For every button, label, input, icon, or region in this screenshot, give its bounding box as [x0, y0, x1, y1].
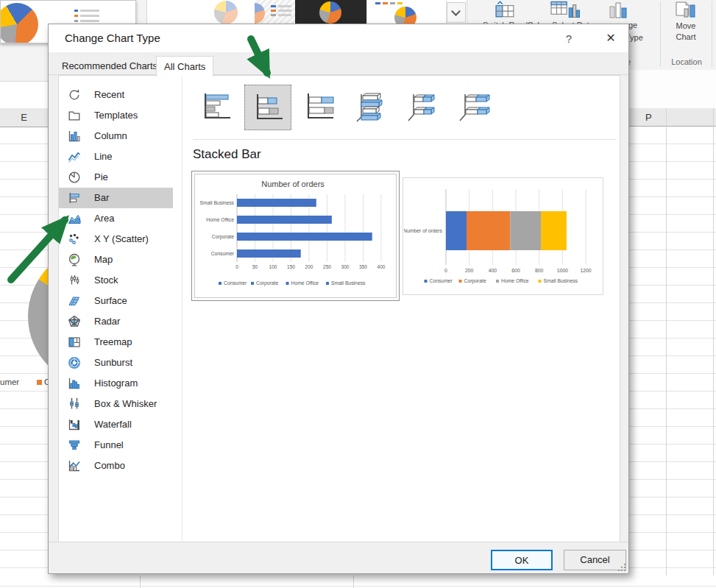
move-chart-icon	[675, 0, 697, 19]
svg-text:0: 0	[444, 268, 447, 273]
svg-text:100: 100	[269, 264, 277, 269]
tab-strip: Recommended Charts All Charts	[49, 52, 628, 75]
move-chart-button[interactable]: Move Chart	[675, 0, 697, 22]
chart-style-thumbnail[interactable]	[255, 0, 296, 24]
100-stacked-bar-icon[interactable]	[296, 85, 343, 130]
sidebar-item-label: Area	[94, 213, 114, 224]
column-header-e[interactable]: E	[0, 108, 48, 127]
ribbon-group-location-label: Location	[664, 57, 709, 66]
sidebar-item-pie[interactable]: Pie	[59, 167, 182, 188]
svg-text:50: 50	[252, 264, 258, 269]
column-header-p[interactable]: P	[629, 108, 716, 127]
svg-text:Consumer: Consumer	[211, 251, 235, 256]
svg-text:Home Office: Home Office	[501, 278, 529, 283]
preview-stacked-bar-secondary[interactable]: 020040060080010001200Number of ordersCon…	[403, 177, 603, 295]
ok-button[interactable]: OK	[491, 550, 553, 570]
svg-text:Corporate: Corporate	[256, 280, 278, 286]
box-whisker-chart-icon	[68, 397, 81, 411]
stock-chart-icon	[68, 274, 81, 287]
sidebar-item-combo[interactable]: Combo	[59, 456, 182, 476]
preview-chart-number-of-orders: Number of orders050100150200250300350400…	[195, 174, 391, 292]
sidebar-item-label: Surface	[94, 295, 127, 306]
preview-stacked-bar-primary[interactable]: Number of orders050100150200250300350400…	[191, 171, 400, 301]
tab-all-charts[interactable]: All Charts	[156, 56, 213, 77]
sidebar-item-label: X Y (Scatter)	[94, 233, 149, 244]
sidebar-item-bar[interactable]: Bar	[59, 188, 173, 208]
line-chart-icon	[68, 150, 81, 163]
sidebar-item-label: Waterfall	[94, 419, 132, 430]
svg-text:400: 400	[489, 268, 497, 273]
sidebar-item-label: Map	[94, 254, 113, 265]
radar-chart-icon	[68, 315, 81, 328]
sidebar-item-label: Box & Whisker	[94, 398, 157, 409]
sidebar-item-label: Sunburst	[94, 357, 132, 368]
close-button[interactable]: ✕	[603, 31, 619, 45]
sidebar-item-line[interactable]: Line	[59, 146, 182, 167]
3d-stacked-bar-icon[interactable]	[399, 85, 446, 130]
svg-text:Number of orders: Number of orders	[261, 180, 325, 188]
chevron-down-icon	[451, 7, 461, 16]
column-chart-icon	[68, 130, 81, 143]
svg-text:Small Business: Small Business	[544, 278, 578, 283]
treemap-chart-icon	[68, 336, 81, 349]
sidebar-item-histogram[interactable]: Histogram	[59, 373, 182, 394]
svg-text:Consumer: Consumer	[224, 280, 247, 286]
sidebar-item-label: Bar	[94, 192, 109, 203]
section-title: Stacked Bar	[193, 147, 261, 162]
tab-recommended-charts[interactable]: Recommended Charts	[54, 57, 165, 75]
svg-text:200: 200	[305, 264, 313, 269]
sidebar-item-sunburst[interactable]: Sunburst	[59, 353, 182, 373]
clustered-bar-icon[interactable]	[193, 85, 240, 130]
chart-style-thumbnail[interactable]	[366, 0, 447, 24]
sidebar-item-recent[interactable]: Recent	[59, 85, 182, 105]
waterfall-chart-icon	[68, 418, 81, 431]
templates-icon	[68, 109, 81, 122]
svg-text:200: 200	[465, 268, 474, 273]
funnel-chart-icon	[68, 439, 81, 452]
svg-text:Small Business: Small Business	[200, 200, 235, 205]
sidebar-item-label: Recent	[94, 89, 124, 100]
sidebar-item-stock[interactable]: Stock	[59, 270, 182, 291]
legend-text-fragment: umer	[0, 378, 19, 386]
sidebar-item-label: Radar	[94, 316, 120, 327]
sidebar-item-x-y-scatter[interactable]: X Y (Scatter)	[59, 229, 182, 249]
sidebar-item-waterfall[interactable]: Waterfall	[59, 414, 182, 435]
recent-icon	[68, 88, 81, 102]
sidebar-item-column[interactable]: Column	[59, 126, 182, 146]
3d-100-stacked-bar-icon[interactable]	[450, 85, 497, 130]
switch-row-column-button[interactable]: Switch Row/Column	[495, 0, 515, 22]
chart-style-thumbnail[interactable]	[295, 0, 367, 24]
svg-text:250: 250	[323, 264, 331, 269]
sidebar-item-box-whisker[interactable]: Box & Whisker	[59, 394, 182, 414]
switch-row-column-icon	[495, 0, 515, 19]
3d-clustered-bar-icon[interactable]	[347, 85, 394, 130]
sidebar-item-label: Treemap	[94, 336, 132, 347]
worksheet-chart-legend: umer C	[0, 377, 48, 390]
chart-style-thumbnail[interactable]	[152, 0, 255, 24]
bar-chart-icon	[68, 191, 81, 205]
resize-grip[interactable]	[617, 562, 626, 571]
sidebar-item-templates[interactable]: Templates	[59, 105, 182, 126]
change-chart-type-button[interactable]: ge Type	[609, 0, 628, 22]
svg-text:Corporate: Corporate	[212, 234, 234, 240]
sidebar-item-surface[interactable]: Surface	[59, 291, 182, 311]
svg-text:Number of orders: Number of orders	[404, 228, 443, 233]
gallery-more-button[interactable]	[447, 2, 466, 23]
sidebar-item-funnel[interactable]: Funnel	[59, 435, 182, 456]
sidebar-item-area[interactable]: Area	[59, 208, 182, 229]
select-data-icon	[550, 0, 580, 21]
all-charts-panel: RecentTemplatesColumnLinePieBarAreaX Y (…	[58, 75, 620, 544]
map-chart-icon	[68, 253, 81, 266]
svg-text:1000: 1000	[557, 268, 568, 273]
select-data-button[interactable]: Select Data	[550, 0, 580, 24]
svg-text:0: 0	[235, 264, 238, 269]
sidebar-item-radar[interactable]: Radar	[59, 311, 182, 332]
stacked-bar-icon[interactable]	[244, 85, 291, 130]
sidebar-item-map[interactable]: Map	[59, 249, 182, 270]
svg-text:800: 800	[535, 268, 544, 273]
sidebar-item-treemap[interactable]: Treemap	[59, 332, 182, 353]
sidebar-item-label: Pie	[94, 171, 108, 183]
sheet-grid-right[interactable]	[629, 127, 716, 588]
help-button[interactable]: ?	[562, 32, 575, 45]
change-chart-type-label-fragment: ge	[628, 21, 637, 29]
